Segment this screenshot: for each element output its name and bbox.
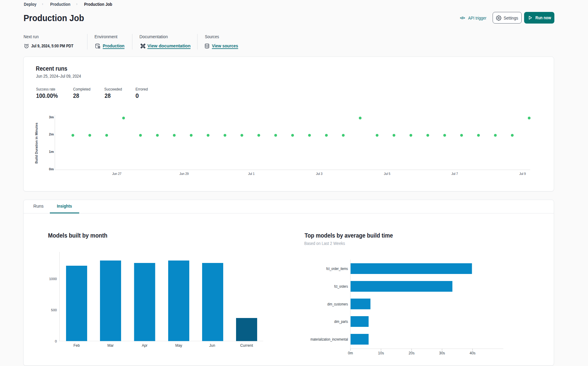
svg-text:Apr: Apr	[142, 343, 148, 348]
svg-text:20s: 20s	[409, 351, 414, 355]
svg-text:2m: 2m	[49, 132, 54, 136]
svg-text:Jun: Jun	[209, 343, 215, 348]
svg-text:500: 500	[51, 308, 57, 312]
svg-text:Jun 27: Jun 27	[112, 172, 121, 176]
svg-text:40s: 40s	[470, 351, 475, 355]
svg-text:Feb: Feb	[73, 343, 80, 348]
svg-text:0m: 0m	[348, 351, 353, 355]
svg-text:fct_order_items: fct_order_items	[326, 267, 348, 271]
svg-text:dim_customers: dim_customers	[327, 302, 348, 306]
svg-text:Jun 29: Jun 29	[179, 172, 189, 176]
svg-text:dim_parts: dim_parts	[334, 320, 348, 324]
svg-text:Mar: Mar	[107, 343, 114, 348]
svg-text:3m: 3m	[49, 115, 54, 119]
svg-text:May: May	[175, 343, 182, 348]
svg-text:30s: 30s	[439, 351, 445, 355]
svg-text:Jul 1: Jul 1	[248, 172, 255, 176]
svg-text:0: 0	[55, 339, 57, 343]
svg-text:fct_orders: fct_orders	[334, 284, 348, 289]
svg-text:0m: 0m	[49, 167, 54, 171]
svg-text:Current: Current	[240, 343, 253, 348]
svg-text:1m: 1m	[49, 150, 54, 153]
svg-text:Jul 7: Jul 7	[452, 172, 458, 176]
svg-text:materialization_incremental: materialization_incremental	[310, 337, 348, 342]
svg-text:10s: 10s	[378, 351, 384, 355]
svg-text:Jul 9: Jul 9	[520, 172, 526, 176]
svg-text:Build Duration in Minutes: Build Duration in Minutes	[35, 123, 38, 164]
svg-text:1000: 1000	[49, 277, 57, 281]
svg-text:Jul 5: Jul 5	[384, 172, 390, 176]
svg-text:Jul 3: Jul 3	[316, 172, 323, 176]
